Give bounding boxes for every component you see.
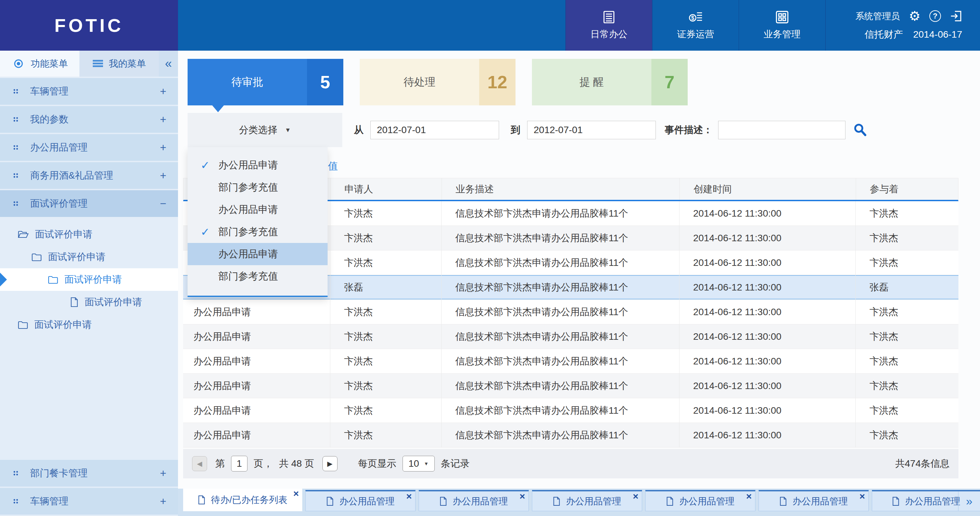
table-row[interactable]: 办公用品申请 卞洪杰 信息技术部卞洪杰申请办公用品胶棒11个 2014-06-1… — [183, 398, 958, 423]
table-row[interactable]: 办公用品申请 卞洪杰 信息技术部卞洪杰申请办公用品胶棒11个 2014-06-1… — [183, 324, 958, 349]
table-row[interactable]: 办公用品申请 卞洪杰 信息技术部卞洪杰申请办公用品胶棒11个 2014-06-1… — [183, 349, 958, 374]
page-icon — [326, 497, 334, 506]
top-nav-daily-office[interactable]: 日常办公 — [565, 0, 652, 51]
expand-plus-icon[interactable]: + — [160, 495, 166, 508]
dropdown-item-label: 办公用品申请 — [218, 203, 278, 217]
table-row[interactable]: 办公用品申请 卞洪杰 信息技术部卞洪杰申请办公用品胶棒11个 2014-06-1… — [183, 300, 958, 324]
sidebar-item-business-wine-gifts[interactable]: 商务用酒&礼品管理 + — [0, 162, 178, 189]
col-header-applicant: 申请人 — [331, 178, 442, 200]
date-to-input[interactable] — [527, 121, 656, 139]
per-page-label: 每页显示 — [358, 457, 396, 470]
total-pages-label: 共 48 页 — [279, 457, 314, 470]
tab-my-menu[interactable]: 我的菜单 — [80, 51, 159, 77]
expand-plus-icon[interactable]: + — [160, 467, 166, 480]
grip-icon — [13, 117, 19, 122]
table-row[interactable]: 办公用品申请 卞洪杰 信息技术部卞洪杰申请办公用品胶棒11个 2014-06-1… — [183, 423, 958, 448]
category-select-button[interactable]: 分类选择 ▼ — [188, 113, 342, 147]
sidebar-item-vehicle-mgmt[interactable]: 车辆管理 + — [0, 78, 178, 105]
pagination-bar: ◀ 第 页， 共 48 页 ▶ 每页显示 10 ▼ 条记录 共474条信息 — [183, 449, 958, 478]
workspace-label[interactable]: 信托财产 — [865, 28, 903, 41]
page-number-input[interactable] — [231, 456, 248, 472]
bottom-tab-office-supplies[interactable]: 办公用品管理 × — [532, 490, 642, 511]
dropdown-item[interactable]: ✓ 办公用品申请 — [188, 198, 328, 221]
sidebar-item-vehicle-mgmt-2[interactable]: 车辆管理 + — [0, 488, 178, 514]
event-desc-input[interactable] — [718, 121, 845, 139]
close-icon[interactable]: × — [746, 492, 752, 501]
close-icon[interactable]: × — [520, 492, 525, 501]
help-icon[interactable]: ? — [929, 10, 941, 22]
sidebar-item-dept-mealcard-mgmt[interactable]: 部门餐卡管理 + — [0, 460, 178, 487]
sidebar-item-office-supplies[interactable]: 办公用品管理 + — [0, 134, 178, 161]
cell-participant: 卞洪杰 — [856, 201, 958, 225]
cell-description: 信息技术部卞洪杰申请办公用品胶棒11个 — [442, 324, 679, 349]
dropdown-item[interactable]: ✓ 部门参考充值 — [188, 176, 328, 198]
collapse-minus-icon[interactable]: − — [160, 197, 166, 210]
tab-function-menu[interactable]: 功能菜单 — [0, 51, 80, 77]
cell-applicant: 卞洪杰 — [330, 423, 442, 447]
subitem-interview-eval-request[interactable]: 面试评价申请 — [0, 223, 178, 246]
logout-icon[interactable] — [950, 10, 962, 22]
prev-page-button[interactable]: ◀ — [192, 456, 207, 471]
current-user: 系统管理员 — [855, 10, 900, 22]
expand-plus-icon[interactable]: + — [160, 113, 166, 126]
close-icon[interactable]: × — [633, 492, 638, 501]
gear-icon[interactable]: ⚙ — [909, 10, 920, 22]
page-icon — [439, 497, 447, 506]
dropdown-item[interactable]: ✓ 办公用品申请 — [188, 154, 328, 176]
dropdown-item-label: 部门参考充值 — [218, 270, 278, 283]
search-button[interactable] — [853, 123, 867, 137]
check-icon: ✓ — [200, 159, 218, 172]
date-from-input[interactable] — [371, 121, 499, 139]
category-select-label: 分类选择 — [239, 124, 277, 137]
next-page-button[interactable]: ▶ — [323, 456, 337, 471]
subitem-interview-eval-request[interactable]: 面试评价申请 — [0, 246, 178, 268]
tab-overflow-icon[interactable]: » — [958, 491, 980, 511]
stat-card-reminder[interactable]: 提 醒 7 — [532, 59, 688, 105]
bottom-tab-label: 待办/已办任务列表 — [211, 494, 288, 506]
table-row[interactable]: 办公用品申请 卞洪杰 信息技术部卞洪杰申请办公用品胶棒11个 2014-06-1… — [183, 374, 958, 398]
stat-value: 5 — [307, 59, 343, 105]
sidebar-item-my-params[interactable]: 我的参数 + — [0, 106, 178, 133]
cell-participant: 卞洪杰 — [856, 324, 958, 349]
top-nav-business[interactable]: 业务管理 — [739, 0, 825, 51]
top-nav-securities[interactable]: $ 证券运营 — [652, 0, 739, 51]
sidebar-collapse-button[interactable]: « — [159, 51, 178, 77]
subitem-interview-eval-request[interactable]: 面试评价申请 — [0, 291, 178, 313]
close-icon[interactable]: × — [406, 492, 412, 501]
bottom-tab-task-list[interactable]: 待办/已办任务列表 × — [183, 489, 302, 511]
bottom-tab-office-supplies[interactable]: 办公用品管理 × — [418, 490, 529, 511]
expand-plus-icon[interactable]: + — [160, 169, 166, 182]
svg-text:$: $ — [691, 15, 694, 21]
cell-created: 2014-06-12 11:30:00 — [679, 349, 856, 373]
dropdown-item[interactable]: ✓ 部门参考充值 — [188, 221, 328, 243]
event-desc-label: 事件描述： — [665, 124, 713, 137]
grip-icon — [13, 145, 19, 150]
folder-icon — [18, 320, 28, 329]
bottom-tab-office-supplies[interactable]: 办公用品管理 × — [645, 490, 756, 511]
per-page-select[interactable]: 10 ▼ — [402, 456, 435, 472]
stat-card-pending-approval[interactable]: 待审批 5 — [188, 59, 343, 105]
cell-participant: 卞洪杰 — [856, 398, 958, 422]
folder-icon — [48, 275, 58, 284]
check-icon: ✓ — [200, 225, 218, 238]
bottom-tab-office-supplies[interactable]: 办公用品管理 » — [872, 490, 980, 511]
subitem-label: 面试评价申请 — [35, 228, 92, 241]
expand-plus-icon[interactable]: + — [160, 141, 166, 154]
dropdown-item-highlighted[interactable]: ✓ 办公用品申请 — [188, 243, 328, 265]
subitem-interview-eval-request[interactable]: 面试评价申请 — [0, 313, 178, 336]
sidebar-item-interview-eval-mgmt[interactable]: 面试评价管理 − — [0, 190, 178, 217]
top-nav-label: 日常办公 — [590, 28, 627, 40]
stat-card-pending-process[interactable]: 待处理 12 — [360, 59, 515, 105]
expand-plus-icon[interactable]: + — [160, 85, 166, 98]
bottom-tab-office-supplies[interactable]: 办公用品管理 × — [759, 490, 869, 511]
cell-participant: 卞洪杰 — [856, 349, 958, 373]
bottom-tab-office-supplies[interactable]: 办公用品管理 × — [305, 490, 415, 511]
page-icon — [780, 497, 787, 506]
dropdown-item[interactable]: ✓ 部门参考充值 — [188, 265, 328, 287]
bottom-tab-label: 办公用品管理 — [339, 495, 395, 508]
stat-label: 待处理 — [360, 59, 479, 105]
close-icon[interactable]: × — [859, 492, 865, 501]
close-icon[interactable]: × — [293, 489, 299, 499]
cell-category: 办公用品申请 — [183, 349, 330, 373]
subitem-interview-eval-request-active[interactable]: 面试评价申请 — [0, 268, 178, 291]
